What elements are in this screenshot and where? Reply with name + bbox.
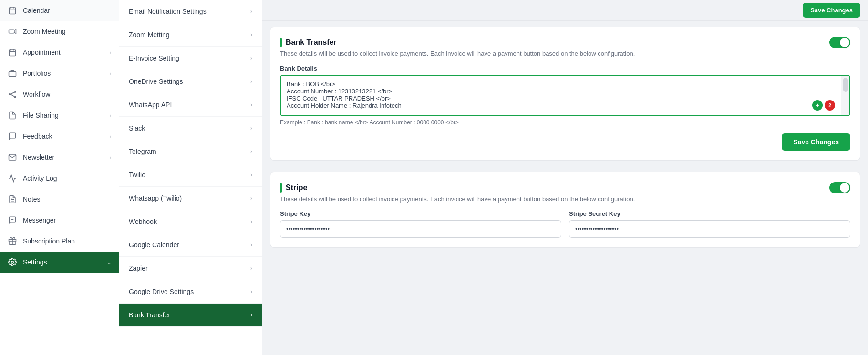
sidebar-item-file-sharing[interactable]: File Sharing › — [0, 105, 119, 126]
subscription-icon — [8, 236, 17, 246]
sidebar-label-feedback: Feedback — [23, 132, 104, 140]
svg-marker-5 — [14, 30, 16, 34]
toggle-track — [829, 182, 850, 193]
middle-item-slack[interactable]: Slack › — [119, 117, 262, 140]
chevron-right-icon: › — [250, 31, 252, 38]
sidebar-item-messenger[interactable]: Messenger — [0, 210, 119, 231]
middle-item-label: Zoom Metting — [129, 31, 170, 39]
sidebar-item-appointment[interactable]: Appointment › — [0, 42, 119, 63]
sidebar-item-calendar[interactable]: Calendar — [0, 0, 119, 21]
bank-details-textarea-wrapper: Bank : BOB </br> Account Number : 123132… — [280, 75, 850, 116]
chevron-right-icon: › — [250, 101, 252, 108]
top-save-button[interactable]: Save Changes — [803, 3, 860, 18]
bank-details-label: Bank Details — [280, 65, 850, 72]
middle-item-twilio[interactable]: Twilio › — [119, 163, 262, 187]
sidebar-label-workflow: Workflow — [23, 91, 111, 98]
middle-item-label: Slack — [129, 124, 145, 132]
chevron-right-icon: › — [250, 148, 252, 155]
scrollbar-thumb — [843, 78, 848, 92]
sidebar-label-calendar: Calendar — [23, 7, 111, 14]
bank-transfer-toggle[interactable] — [829, 37, 850, 48]
svg-line-14 — [10, 92, 14, 95]
chevron-icon: › — [110, 134, 111, 139]
bank-transfer-card: Bank Transfer These details will be used… — [270, 27, 860, 161]
middle-item-label: E-Invoice Setting — [129, 54, 179, 62]
bank-details-textarea[interactable]: Bank : BOB </br> Account Number : 123132… — [281, 76, 849, 114]
middle-item-telegram[interactable]: Telegram › — [119, 140, 262, 163]
toggle-thumb — [840, 183, 849, 193]
stripe-secret-input[interactable] — [569, 220, 850, 238]
bank-transfer-save-button[interactable]: Save Changes — [782, 133, 850, 151]
chevron-right-icon: › — [250, 125, 252, 132]
chevron-icon: › — [110, 50, 111, 55]
bank-transfer-title: Bank Transfer — [280, 38, 337, 47]
middle-item-onedrive[interactable]: OneDrive Settings › — [119, 70, 262, 93]
stripe-header: Stripe — [280, 182, 850, 193]
chevron-right-icon: › — [250, 78, 252, 85]
middle-item-whatsapp-twilio[interactable]: Whatsapp (Twilio) › — [119, 187, 262, 210]
middle-panel: Email Notification Settings › Zoom Metti… — [119, 0, 262, 355]
sidebar-item-notes[interactable]: Notes — [0, 189, 119, 210]
middle-item-google-calendar[interactable]: Google Calender › — [119, 233, 262, 257]
chevron-icon: › — [110, 155, 111, 160]
sidebar-item-activity-log[interactable]: Activity Log — [0, 168, 119, 189]
error-count-badge: 2 — [825, 100, 835, 111]
appointment-icon — [8, 48, 17, 57]
chevron-right-icon: › — [250, 242, 252, 248]
sidebar-item-newsletter[interactable]: Newsletter › — [0, 147, 119, 168]
middle-item-zoom-meeting[interactable]: Zoom Metting › — [119, 23, 262, 47]
bank-details-helper: Example : Bank : bank name </br> Account… — [280, 119, 850, 126]
sidebar-item-feedback[interactable]: Feedback › — [0, 126, 119, 147]
settings-icon — [8, 257, 17, 267]
stripe-subtitle: These details will be used to collect in… — [280, 195, 850, 203]
svg-line-15 — [10, 94, 14, 97]
zoom-icon — [8, 27, 17, 36]
middle-item-label: Whatsapp (Twilio) — [129, 194, 182, 202]
svg-rect-4 — [9, 30, 14, 33]
chevron-right-icon: › — [250, 312, 252, 318]
middle-item-email-notification[interactable]: Email Notification Settings › — [119, 0, 262, 23]
sidebar-item-portfolios[interactable]: Portfolios › — [0, 63, 119, 84]
activity-icon — [8, 173, 17, 183]
svg-point-12 — [14, 91, 16, 92]
sidebar-label-appointment: Appointment — [23, 49, 104, 56]
middle-item-label: Google Drive Settings — [129, 288, 194, 295]
chevron-down-icon: ⌄ — [107, 260, 111, 265]
sidebar-label-newsletter: Newsletter — [23, 153, 104, 161]
middle-item-label: Webhook — [129, 218, 157, 225]
chevron-right-icon: › — [250, 8, 252, 15]
portfolio-icon — [8, 69, 17, 78]
sidebar-item-settings[interactable]: Settings ⌄ — [0, 252, 119, 273]
chevron-icon: › — [110, 71, 111, 76]
stripe-toggle[interactable] — [829, 182, 850, 193]
middle-item-whatsapp-api[interactable]: WhatsApp API › — [119, 93, 262, 117]
sidebar-item-workflow[interactable]: Workflow — [0, 84, 119, 105]
sidebar-item-zoom-meeting[interactable]: Zoom Meeting — [0, 21, 119, 42]
sidebar-item-subscription-plan[interactable]: Subscription Plan — [0, 231, 119, 252]
newsletter-icon — [8, 152, 17, 162]
middle-item-label: Email Notification Settings — [129, 8, 207, 15]
sidebar-label-settings: Settings — [23, 258, 102, 266]
main-content: Save Changes Bank Transfer These details… — [262, 0, 868, 355]
top-bar: Save Changes — [262, 0, 868, 21]
middle-item-bank-transfer[interactable]: Bank Transfer › — [119, 304, 262, 327]
stripe-fields-grid: Stripe Key Stripe Secret Key — [280, 210, 850, 238]
chevron-right-icon: › — [250, 265, 252, 272]
textarea-icon-group: ✦ 2 — [812, 100, 835, 111]
middle-item-google-drive[interactable]: Google Drive Settings › — [119, 280, 262, 304]
file-icon — [8, 111, 17, 120]
sidebar-label-file-sharing: File Sharing — [23, 112, 104, 119]
middle-item-label: Bank Transfer — [129, 311, 170, 319]
chevron-right-icon: › — [250, 55, 252, 61]
stripe-secret-group: Stripe Secret Key — [569, 210, 850, 238]
svg-rect-10 — [9, 71, 16, 77]
middle-item-e-invoice[interactable]: E-Invoice Setting › — [119, 47, 262, 70]
stripe-key-input[interactable] — [280, 220, 561, 238]
sidebar-label-notes: Notes — [23, 195, 111, 203]
middle-item-webhook[interactable]: Webhook › — [119, 210, 262, 233]
svg-point-13 — [14, 96, 16, 98]
chevron-right-icon: › — [250, 218, 252, 225]
middle-item-zapier[interactable]: Zapier › — [119, 257, 262, 280]
svg-rect-0 — [9, 8, 16, 14]
toggle-track — [829, 37, 850, 48]
